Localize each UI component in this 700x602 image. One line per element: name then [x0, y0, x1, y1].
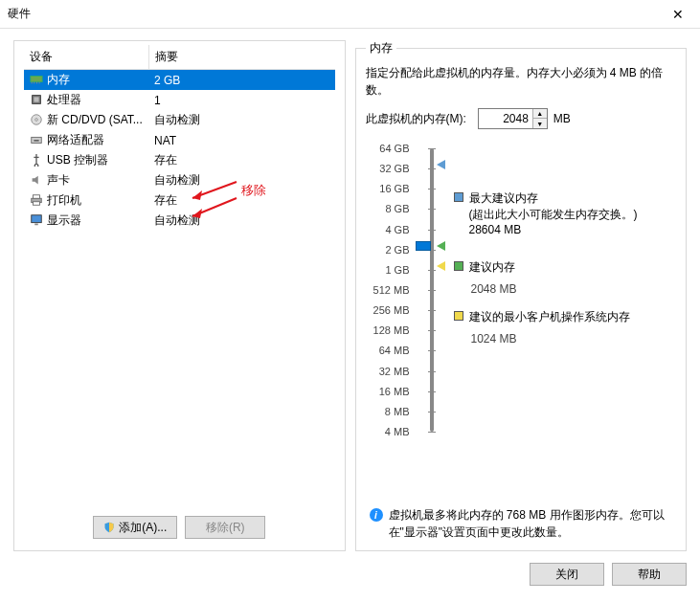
device-name: USB 控制器 — [47, 153, 108, 167]
svg-rect-13 — [34, 202, 40, 206]
memory-slider[interactable] — [418, 143, 446, 437]
svg-rect-15 — [34, 224, 38, 226]
svg-rect-3 — [36, 82, 37, 84]
summary-cell: 1 — [148, 90, 335, 110]
titlebar: 硬件 ✕ — [0, 0, 700, 29]
memory-input-row: 此虚拟机的内存(M): ▲ ▼ MB — [366, 108, 677, 129]
remove-button[interactable]: 移除(R) — [185, 516, 265, 539]
device-name: 处理器 — [47, 93, 81, 106]
legend-min: 建议的最小客户机操作系统内存 — [454, 309, 677, 325]
memory-tick: 32 GB — [366, 163, 410, 174]
svg-point-8 — [35, 119, 38, 122]
spin-down-icon[interactable]: ▼ — [533, 119, 547, 128]
summary-cell: 自动检测 — [148, 211, 335, 231]
table-row[interactable]: 处理器1 — [24, 90, 335, 110]
window-title: 硬件 — [8, 6, 31, 22]
annotation-remove-text: 移除 — [241, 182, 266, 199]
hardware-table: 设备 摘要 内存2 GB处理器1新 CD/DVD (SAT...自动检测网络适配… — [24, 45, 335, 231]
summary-cell: 2 GB — [148, 70, 335, 91]
memory-unit: MB — [553, 112, 571, 125]
legend-max: 最大建议内存 (超出此大小可能发生内存交换。) 28604 MB — [454, 190, 677, 236]
legend-max-swatch-icon — [454, 192, 463, 202]
memory-tick: 4 GB — [366, 224, 410, 235]
device-cell: 内存 — [24, 70, 148, 91]
device-cell: 声卡 — [24, 170, 148, 190]
memory-tick: 64 MB — [366, 345, 410, 356]
svg-rect-4 — [39, 82, 40, 84]
memory-tick: 256 MB — [366, 304, 410, 316]
summary-cell: NAT — [148, 130, 335, 150]
memory-tick: 16 GB — [366, 183, 410, 194]
svg-rect-0 — [31, 77, 42, 82]
svg-rect-1 — [32, 82, 33, 84]
memory-tick: 128 MB — [366, 324, 410, 336]
table-row[interactable]: 内存2 GB — [24, 70, 335, 91]
legend-rec: 建议内存 — [454, 259, 677, 276]
window-close-button[interactable]: ✕ — [664, 7, 692, 22]
legend-min-swatch-icon — [454, 311, 463, 321]
summary-cell: 自动检测 — [148, 110, 335, 130]
device-name: 内存 — [47, 73, 70, 86]
device-name: 显示器 — [47, 213, 81, 227]
memory-settings-panel: 内存 指定分配给此虚拟机的内存量。内存大小必须为 4 MB 的倍数。 此虚拟机的… — [355, 40, 688, 551]
memory-tick: 4 MB — [366, 426, 410, 437]
dialog-content: 设备 摘要 内存2 GB处理器1新 CD/DVD (SAT...自动检测网络适配… — [0, 29, 700, 557]
table-row[interactable]: 新 CD/DVD (SAT...自动检测 — [24, 110, 335, 130]
memory-tick: 32 MB — [366, 366, 410, 377]
summary-cell: 存在 — [148, 150, 335, 170]
table-row[interactable]: 显示器自动检测 — [24, 211, 335, 231]
memory-tick: 16 MB — [366, 386, 410, 397]
device-cell: 网络适配器 — [24, 130, 148, 150]
svg-rect-2 — [34, 82, 34, 84]
slider-thumb[interactable] — [416, 241, 431, 251]
device-name: 打印机 — [47, 193, 81, 207]
svg-rect-12 — [34, 195, 40, 199]
memory-input[interactable] — [479, 109, 532, 128]
table-row[interactable]: 打印机存在 — [24, 190, 335, 211]
memory-chart: 64 GB32 GB16 GB8 GB4 GB2 GB1 GB512 MB256… — [366, 143, 677, 437]
left-button-row: 添加(A)... 移除(R) — [24, 508, 335, 541]
table-row[interactable]: 声卡自动检测 — [24, 170, 335, 190]
memory-tick: 64 GB — [366, 143, 410, 154]
device-name: 网络适配器 — [47, 133, 104, 146]
device-cell: 处理器 — [24, 90, 148, 110]
marker-recommended-icon — [437, 241, 445, 251]
device-cell: 显示器 — [24, 211, 148, 231]
memory-tick: 8 GB — [366, 203, 410, 214]
device-name: 声卡 — [47, 173, 70, 187]
help-button[interactable]: 帮助 — [612, 563, 687, 586]
device-cell: USB 控制器 — [24, 150, 148, 170]
spin-up-icon[interactable]: ▲ — [533, 109, 547, 119]
svg-rect-14 — [32, 215, 42, 223]
device-cell: 新 CD/DVD (SAT... — [24, 110, 148, 130]
dialog-button-row: 关闭 帮助 — [0, 557, 700, 595]
memory-legend: 最大建议内存 (超出此大小可能发生内存交换。) 28604 MB 建议内存 20… — [454, 143, 677, 437]
marker-min-icon — [437, 261, 445, 271]
device-cell: 打印机 — [24, 190, 148, 211]
device-name: 新 CD/DVD (SAT... — [47, 113, 143, 126]
hardware-list-panel: 设备 摘要 内存2 GB处理器1新 CD/DVD (SAT...自动检测网络适配… — [13, 40, 346, 551]
col-summary[interactable]: 摘要 — [148, 45, 335, 70]
svg-rect-10 — [34, 140, 38, 142]
memory-tick: 2 GB — [366, 244, 410, 256]
col-device[interactable]: 设备 — [24, 45, 148, 70]
add-button[interactable]: 添加(A)... — [93, 516, 177, 539]
memory-tick: 1 GB — [366, 264, 410, 276]
memory-spinner[interactable]: ▲ ▼ — [478, 108, 548, 129]
memory-input-label: 此虚拟机的内存(M): — [366, 111, 466, 127]
info-icon: i — [370, 508, 383, 522]
memory-description: 指定分配给此虚拟机的内存量。内存大小必须为 4 MB 的倍数。 — [366, 64, 677, 99]
shield-icon — [103, 522, 115, 533]
close-button[interactable]: 关闭 — [530, 563, 604, 586]
info-note: i 虚拟机最多将此内存的 768 MB 用作图形内存。您可以在"显示器"设置页面… — [366, 506, 677, 541]
memory-tick: 512 MB — [366, 284, 410, 296]
table-row[interactable]: 网络适配器NAT — [24, 130, 335, 150]
memory-tick: 8 MB — [366, 406, 410, 417]
memory-tick-labels: 64 GB32 GB16 GB8 GB4 GB2 GB1 GB512 MB256… — [366, 143, 410, 437]
memory-group-title: 内存 — [366, 40, 396, 56]
svg-rect-6 — [34, 97, 38, 101]
marker-max-icon — [437, 160, 445, 169]
legend-rec-swatch-icon — [454, 261, 463, 271]
table-row[interactable]: USB 控制器存在 — [24, 150, 335, 170]
